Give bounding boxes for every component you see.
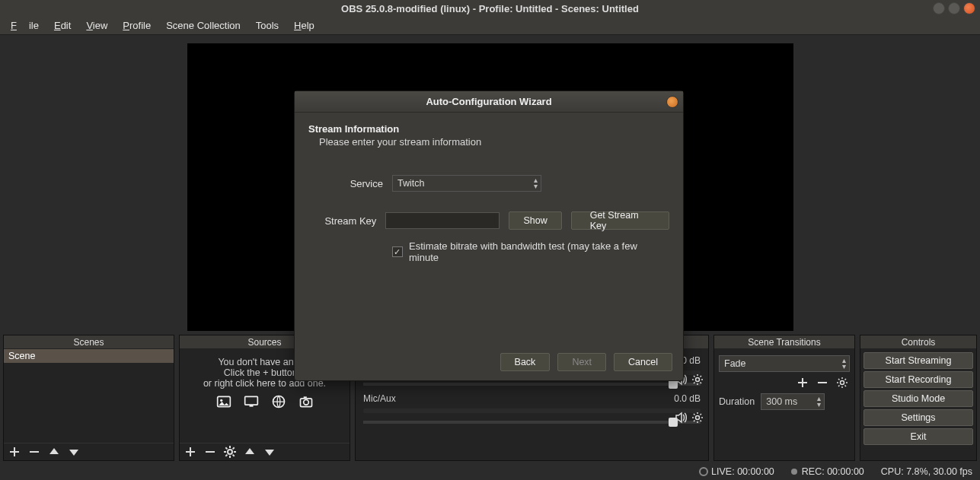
svg-rect-9 <box>206 451 215 453</box>
add-transition-button[interactable] <box>796 377 809 389</box>
menu-help[interactable]: Help <box>288 17 321 33</box>
minimize-button[interactable] <box>933 2 945 14</box>
transition-settings-button[interactable] <box>836 377 848 389</box>
menu-tools[interactable]: Tools <box>250 17 285 33</box>
channel-meter <box>363 408 701 413</box>
add-scene-button[interactable] <box>8 446 21 458</box>
channel-volume-slider[interactable] <box>363 421 701 424</box>
cancel-button[interactable]: Cancel <box>614 353 672 371</box>
browser-source-icon <box>269 393 289 410</box>
status-cpu: CPU: 7.8%, 30.00 fps <box>881 466 972 477</box>
transitions-dock: Scene Transitions Fade ▴▾ Duration 300 m… <box>713 335 855 461</box>
remove-scene-button[interactable] <box>28 446 40 458</box>
menu-profile[interactable]: Profile <box>117 17 157 33</box>
status-rec: REC: 00:00:00 <box>791 466 864 477</box>
window-buttons <box>933 2 975 14</box>
dialog-title: Auto-Configuration Wizard <box>426 96 551 107</box>
start-streaming-button[interactable]: Start Streaming <box>863 352 973 369</box>
svg-rect-3 <box>244 396 257 405</box>
remove-transition-button[interactable] <box>816 377 828 389</box>
status-live: LIVE: 00:00:00 <box>699 466 774 477</box>
scene-up-button[interactable] <box>48 446 60 458</box>
exit-button[interactable]: Exit <box>863 428 973 445</box>
scenes-header: Scenes <box>4 335 174 349</box>
stream-key-label: Stream Key <box>322 215 376 227</box>
status-bar: LIVE: 00:00:00 REC: 00:00:00 CPU: 7.8%, … <box>0 463 980 480</box>
menu-edit[interactable]: Edit <box>48 17 77 33</box>
chevron-updown-icon: ▴▾ <box>534 177 538 189</box>
start-recording-button[interactable]: Start Recording <box>863 371 973 388</box>
controls-header: Controls <box>860 335 976 349</box>
channel-name: Mic/Aux <box>363 393 396 404</box>
add-source-button[interactable] <box>184 446 196 458</box>
next-button[interactable]: Next <box>557 353 606 371</box>
scene-item[interactable]: Scene <box>4 349 174 363</box>
menu-file[interactable]: File <box>5 17 45 33</box>
settings-button[interactable]: Settings <box>863 409 973 426</box>
get-stream-key-button[interactable]: Get Stream Key <box>571 211 669 230</box>
duration-input[interactable]: 300 ms ▴▾ <box>761 393 825 410</box>
display-source-icon <box>241 393 261 410</box>
dialog-footer: Back Next Cancel <box>500 353 672 371</box>
transitions-header: Scene Transitions <box>714 335 854 349</box>
transition-select[interactable]: Fade ▴▾ <box>719 355 850 372</box>
remove-source-button[interactable] <box>204 446 216 458</box>
svg-point-2 <box>220 399 222 402</box>
sources-toolbar <box>180 443 350 460</box>
scenes-toolbar <box>4 443 174 460</box>
back-button[interactable]: Back <box>500 353 551 371</box>
record-dot-icon <box>791 469 797 475</box>
window-titlebar: OBS 25.0.8-modified (linux) - Profile: U… <box>0 0 980 17</box>
menu-scene-collection[interactable]: Scene Collection <box>160 17 247 33</box>
channel-volume-slider[interactable] <box>363 383 701 386</box>
camera-source-icon <box>296 393 316 410</box>
auto-config-dialog: Auto-Configuration Wizard Stream Informa… <box>294 91 684 381</box>
service-label: Service <box>322 178 383 189</box>
gear-icon[interactable] <box>691 412 704 426</box>
gear-icon[interactable] <box>691 374 704 388</box>
sources-type-icons <box>183 393 346 410</box>
dialog-heading: Stream Information <box>308 123 669 135</box>
channel-db: 0.0 dB <box>674 393 701 404</box>
image-source-icon <box>214 393 234 410</box>
dialog-subheading: Please enter your stream information <box>319 136 669 148</box>
svg-point-10 <box>228 450 232 454</box>
mixer-channel-mic: Mic/Aux 0.0 dB <box>363 393 701 424</box>
mute-icon[interactable] <box>675 412 687 426</box>
duration-value: 300 ms <box>766 396 797 407</box>
svg-point-14 <box>841 381 844 385</box>
duration-label: Duration <box>719 396 755 407</box>
source-settings-button[interactable] <box>224 446 236 458</box>
studio-mode-button[interactable]: Studio Mode <box>863 390 973 407</box>
show-button[interactable]: Show <box>509 211 561 230</box>
source-down-button[interactable] <box>263 446 276 458</box>
scene-down-button[interactable] <box>68 446 80 458</box>
dialog-titlebar: Auto-Configuration Wizard <box>295 91 683 113</box>
estimate-label: Estimate bitrate with bandwidth test (ma… <box>409 240 669 263</box>
dialog-close-button[interactable] <box>666 96 678 108</box>
estimate-checkbox[interactable]: ✓ <box>392 246 403 257</box>
service-select[interactable]: Twitch ▴▾ <box>392 175 541 192</box>
svg-point-7 <box>303 400 308 405</box>
source-up-button[interactable] <box>244 446 256 458</box>
broadcast-icon <box>699 467 708 476</box>
maximize-button[interactable] <box>948 2 960 14</box>
service-value: Twitch <box>397 178 424 189</box>
controls-dock: Controls Start Streaming Start Recording… <box>860 335 977 461</box>
menu-view[interactable]: View <box>80 17 113 33</box>
chevron-updown-icon: ▴▾ <box>842 358 846 370</box>
svg-rect-0 <box>30 451 39 453</box>
stream-key-input[interactable] <box>385 212 500 229</box>
svg-rect-4 <box>249 405 253 407</box>
svg-rect-8 <box>303 396 306 399</box>
chevron-updown-icon: ▴▾ <box>817 396 821 408</box>
window-title: OBS 25.0.8-modified (linux) - Profile: U… <box>341 3 639 14</box>
menu-bar: File Edit View Profile Scene Collection … <box>0 17 980 35</box>
transition-selected: Fade <box>724 358 746 369</box>
scenes-dock: Scenes Scene <box>3 335 174 461</box>
svg-rect-13 <box>818 382 827 383</box>
svg-point-12 <box>696 416 700 420</box>
close-button[interactable] <box>963 2 975 14</box>
svg-point-11 <box>696 378 700 382</box>
